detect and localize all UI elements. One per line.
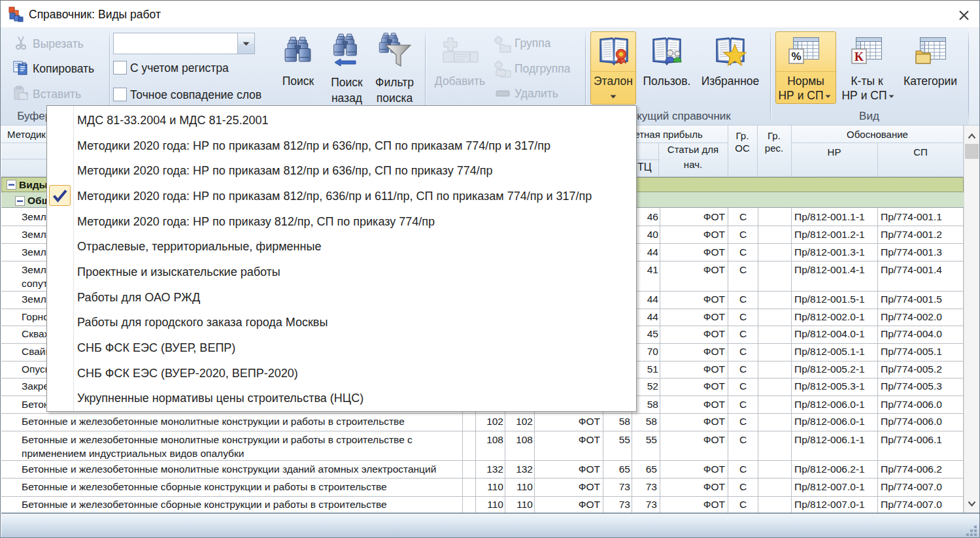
svg-text:K: K (854, 50, 864, 63)
svg-text:%: % (791, 50, 801, 63)
